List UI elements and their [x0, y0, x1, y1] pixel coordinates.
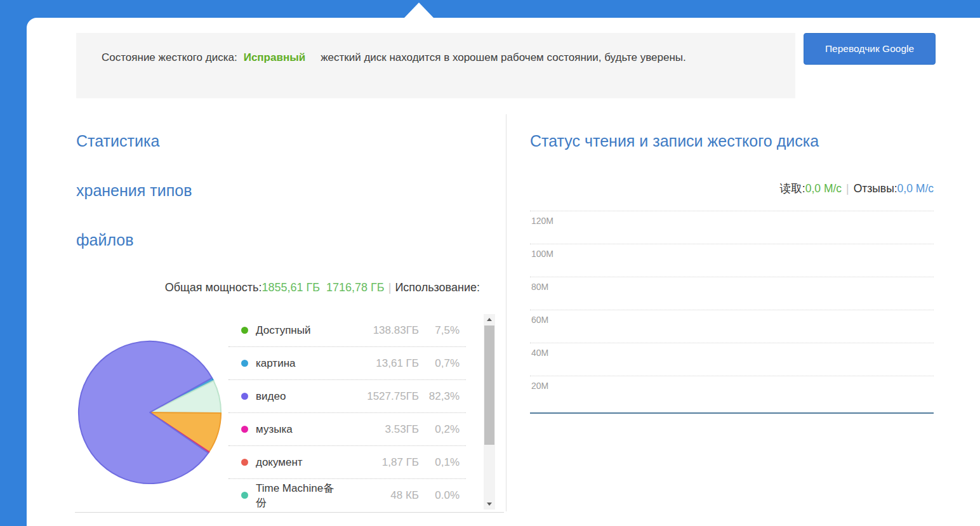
- legend-color-dot: [241, 492, 248, 499]
- legend-row: Time Machine备份48 КБ0.0%: [228, 479, 466, 510]
- disk-health-message: жесткий диск находится в хорошем рабочем…: [321, 51, 686, 63]
- main-panel: Состояние жесткого диска:Исправныйжестки…: [27, 18, 980, 526]
- legend-percent-value: 0,7%: [419, 357, 460, 370]
- rw-current-speeds: 读取:0,0 М/с|Отзывы:0,0 М/с: [530, 181, 934, 196]
- grid-line: 100M: [530, 244, 934, 277]
- legend-size-value: 3.53ГБ: [344, 423, 419, 436]
- scroll-down-button[interactable]: [484, 499, 495, 510]
- vertical-divider: [506, 114, 507, 511]
- legend-label: документ: [256, 456, 344, 469]
- capacity-separator: |: [388, 281, 392, 294]
- legend-color-dot: [241, 459, 248, 466]
- legend-scrollbar[interactable]: [484, 314, 495, 510]
- legend-percent-value: 0.0%: [419, 489, 460, 502]
- legend-percent-value: 7,5%: [419, 324, 460, 337]
- capacity-used-value: 1716,78 ГБ: [326, 281, 385, 294]
- y-axis-tick-label: 60M: [531, 315, 548, 325]
- y-axis-tick-label: 100M: [531, 249, 553, 259]
- scrollbar-thumb[interactable]: [484, 325, 494, 445]
- panel-pointer-notch: [404, 3, 434, 18]
- storage-stats-title-line1: Статистика: [76, 116, 292, 166]
- speed-zero-line: [530, 412, 934, 414]
- storage-stats-title-line3: файлов: [76, 215, 292, 265]
- disk-health-status: Исправный: [244, 51, 305, 63]
- google-translate-button[interactable]: Переводчик Google: [804, 33, 936, 65]
- storage-legend: Доступный138.83ГБ7,5%картина13,61 ГБ0,7%…: [228, 314, 495, 510]
- grid-line: 60M: [530, 310, 934, 343]
- y-axis-tick-label: 120M: [531, 216, 553, 226]
- capacity-label: Общая мощность:: [165, 281, 262, 294]
- y-axis-tick-label: 80M: [531, 282, 548, 292]
- left-section-bottom-divider: [75, 512, 504, 513]
- legend-size-value: 1,87 ГБ: [344, 456, 419, 469]
- legend-color-dot: [241, 360, 248, 367]
- total-capacity-line: Общая мощность:1855,61 ГБ 1716,78 ГБ|Исп…: [76, 281, 480, 294]
- usage-label: Использование:: [395, 281, 480, 294]
- top-blue-bar: [0, 0, 980, 18]
- legend-size-value: 1527.75ГБ: [344, 390, 419, 403]
- legend-row: музыка3.53ГБ0,2%: [228, 413, 466, 446]
- y-axis-tick-label: 40M: [531, 348, 548, 358]
- grid-line: 40M: [530, 343, 934, 376]
- legend-row: Доступный138.83ГБ7,5%: [228, 314, 466, 347]
- legend-size-value: 48 КБ: [344, 489, 419, 502]
- storage-pie-chart: [75, 338, 225, 487]
- legend-label: видео: [256, 390, 344, 403]
- grid-line: 80M: [530, 277, 934, 310]
- grid-line: 120M: [530, 211, 934, 244]
- storage-stats-title: Статистика хранения типов файлов: [76, 116, 292, 265]
- scroll-up-button[interactable]: [484, 314, 495, 325]
- legend-label: Time Machine备份: [256, 481, 344, 510]
- legend-color-dot: [241, 327, 248, 334]
- pie-svg: [75, 338, 225, 487]
- legend-row: видео1527.75ГБ82,3%: [228, 380, 466, 413]
- legend-color-dot: [241, 393, 248, 400]
- read-speed-label: 读取:: [780, 182, 805, 195]
- legend-percent-value: 82,3%: [419, 390, 460, 403]
- rw-separator: |: [846, 182, 849, 195]
- rw-speed-chart: 120M100M80M60M40M20M: [530, 211, 934, 420]
- legend-percent-value: 0,1%: [419, 456, 460, 469]
- scroll-down-icon: [487, 503, 492, 506]
- storage-stats-title-line2: хранения типов: [76, 166, 292, 215]
- legend-size-value: 138.83ГБ: [344, 324, 419, 337]
- write-speed-value: 0,0 М/с: [897, 182, 934, 195]
- legend-color-dot: [241, 426, 248, 433]
- y-axis-tick-label: 20M: [531, 381, 548, 391]
- capacity-total-value: 1855,61 ГБ: [262, 281, 320, 294]
- disk-health-banner: Состояние жесткого диска:Исправныйжестки…: [76, 33, 795, 98]
- legend-label: картина: [256, 357, 344, 370]
- legend-percent-value: 0,2%: [419, 423, 460, 436]
- disk-health-label: Состояние жесткого диска:: [102, 51, 237, 63]
- legend-label: Доступный: [256, 324, 344, 337]
- rw-status-title: Статус чтения и записи жесткого диска: [530, 132, 936, 150]
- write-speed-label: Отзывы:: [854, 182, 897, 195]
- scroll-up-icon: [487, 318, 492, 321]
- legend-label: музыка: [256, 423, 344, 436]
- legend-row: картина13,61 ГБ0,7%: [228, 347, 466, 380]
- legend-size-value: 13,61 ГБ: [344, 357, 419, 370]
- grid-line: 20M: [530, 376, 934, 409]
- read-speed-value: 0,0 М/с: [805, 182, 842, 195]
- legend-row: документ1,87 ГБ0,1%: [228, 446, 466, 479]
